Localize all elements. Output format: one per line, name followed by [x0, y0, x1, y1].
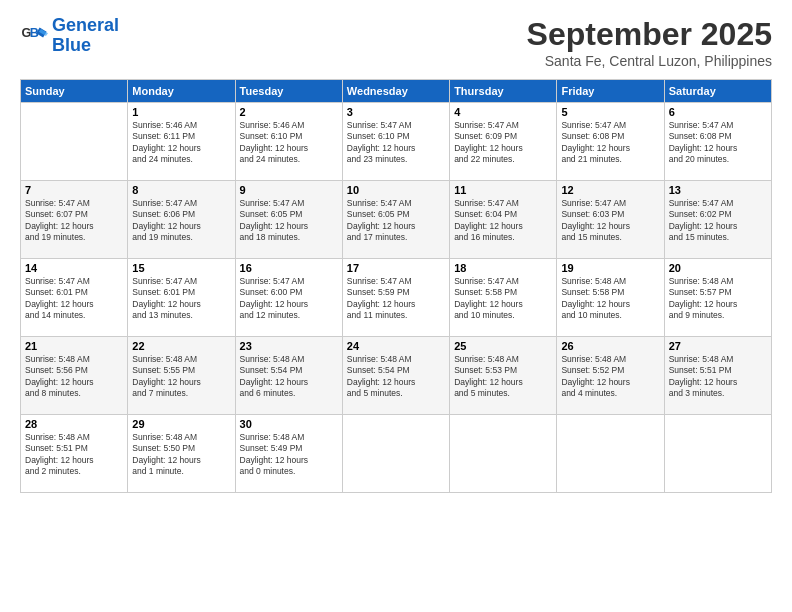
calendar-cell-w5-d1: 28Sunrise: 5:48 AMSunset: 5:51 PMDayligh… — [21, 415, 128, 493]
day-info-line-1: Sunrise: 5:46 AM — [240, 120, 338, 131]
calendar-cell-w4-d7: 27Sunrise: 5:48 AMSunset: 5:51 PMDayligh… — [664, 337, 771, 415]
calendar-week-1: 1Sunrise: 5:46 AMSunset: 6:11 PMDaylight… — [21, 103, 772, 181]
day-info-line-2: Sunset: 5:58 PM — [454, 287, 552, 298]
day-info: Sunrise: 5:48 AMSunset: 5:54 PMDaylight:… — [240, 354, 338, 400]
day-info-line-3: Daylight: 12 hours — [132, 377, 230, 388]
calendar-week-4: 21Sunrise: 5:48 AMSunset: 5:56 PMDayligh… — [21, 337, 772, 415]
day-info-line-4: and 4 minutes. — [561, 388, 659, 399]
col-monday: Monday — [128, 80, 235, 103]
day-info: Sunrise: 5:47 AMSunset: 6:07 PMDaylight:… — [25, 198, 123, 244]
day-info-line-3: Daylight: 12 hours — [240, 143, 338, 154]
day-number: 14 — [25, 262, 123, 274]
day-number: 13 — [669, 184, 767, 196]
day-number: 20 — [669, 262, 767, 274]
calendar-cell-w1-d2: 1Sunrise: 5:46 AMSunset: 6:11 PMDaylight… — [128, 103, 235, 181]
day-info: Sunrise: 5:46 AMSunset: 6:10 PMDaylight:… — [240, 120, 338, 166]
day-info-line-2: Sunset: 6:10 PM — [240, 131, 338, 142]
col-saturday: Saturday — [664, 80, 771, 103]
logo-icon: G B — [20, 22, 48, 50]
calendar-cell-w3-d7: 20Sunrise: 5:48 AMSunset: 5:57 PMDayligh… — [664, 259, 771, 337]
day-info-line-3: Daylight: 12 hours — [25, 377, 123, 388]
day-info-line-3: Daylight: 12 hours — [561, 143, 659, 154]
day-info: Sunrise: 5:47 AMSunset: 5:58 PMDaylight:… — [454, 276, 552, 322]
day-number: 30 — [240, 418, 338, 430]
day-info-line-1: Sunrise: 5:47 AM — [454, 120, 552, 131]
day-info-line-1: Sunrise: 5:48 AM — [240, 432, 338, 443]
day-info-line-1: Sunrise: 5:48 AM — [669, 354, 767, 365]
day-number: 7 — [25, 184, 123, 196]
calendar-cell-w1-d1 — [21, 103, 128, 181]
day-info: Sunrise: 5:48 AMSunset: 5:50 PMDaylight:… — [132, 432, 230, 478]
day-number: 2 — [240, 106, 338, 118]
day-info: Sunrise: 5:47 AMSunset: 6:10 PMDaylight:… — [347, 120, 445, 166]
day-info: Sunrise: 5:48 AMSunset: 5:55 PMDaylight:… — [132, 354, 230, 400]
day-info-line-3: Daylight: 12 hours — [669, 299, 767, 310]
calendar-cell-w4-d1: 21Sunrise: 5:48 AMSunset: 5:56 PMDayligh… — [21, 337, 128, 415]
logo-general: General — [52, 15, 119, 35]
calendar-table: Sunday Monday Tuesday Wednesday Thursday… — [20, 79, 772, 493]
day-info-line-3: Daylight: 12 hours — [454, 299, 552, 310]
day-info-line-3: Daylight: 12 hours — [132, 221, 230, 232]
day-info-line-2: Sunset: 5:51 PM — [669, 365, 767, 376]
day-info-line-4: and 16 minutes. — [454, 232, 552, 243]
calendar-cell-w5-d7 — [664, 415, 771, 493]
day-number: 3 — [347, 106, 445, 118]
day-info-line-4: and 1 minute. — [132, 466, 230, 477]
day-info: Sunrise: 5:47 AMSunset: 6:00 PMDaylight:… — [240, 276, 338, 322]
day-info-line-2: Sunset: 5:59 PM — [347, 287, 445, 298]
day-info-line-3: Daylight: 12 hours — [25, 221, 123, 232]
calendar-cell-w2-d5: 11Sunrise: 5:47 AMSunset: 6:04 PMDayligh… — [450, 181, 557, 259]
day-info: Sunrise: 5:47 AMSunset: 6:08 PMDaylight:… — [561, 120, 659, 166]
day-info-line-3: Daylight: 12 hours — [454, 143, 552, 154]
calendar-cell-w3-d5: 18Sunrise: 5:47 AMSunset: 5:58 PMDayligh… — [450, 259, 557, 337]
day-info-line-1: Sunrise: 5:47 AM — [347, 120, 445, 131]
col-thursday: Thursday — [450, 80, 557, 103]
logo-blue: Blue — [52, 35, 91, 55]
day-info-line-4: and 8 minutes. — [25, 388, 123, 399]
day-info: Sunrise: 5:48 AMSunset: 5:58 PMDaylight:… — [561, 276, 659, 322]
calendar-cell-w1-d6: 5Sunrise: 5:47 AMSunset: 6:08 PMDaylight… — [557, 103, 664, 181]
day-info-line-3: Daylight: 12 hours — [25, 455, 123, 466]
calendar-week-3: 14Sunrise: 5:47 AMSunset: 6:01 PMDayligh… — [21, 259, 772, 337]
day-info-line-1: Sunrise: 5:48 AM — [347, 354, 445, 365]
day-info-line-1: Sunrise: 5:48 AM — [132, 432, 230, 443]
day-info: Sunrise: 5:48 AMSunset: 5:51 PMDaylight:… — [25, 432, 123, 478]
calendar-week-5: 28Sunrise: 5:48 AMSunset: 5:51 PMDayligh… — [21, 415, 772, 493]
day-info-line-1: Sunrise: 5:48 AM — [454, 354, 552, 365]
day-info-line-2: Sunset: 5:49 PM — [240, 443, 338, 454]
day-info-line-3: Daylight: 12 hours — [240, 377, 338, 388]
day-info-line-3: Daylight: 12 hours — [132, 299, 230, 310]
day-info: Sunrise: 5:47 AMSunset: 6:08 PMDaylight:… — [669, 120, 767, 166]
day-number: 27 — [669, 340, 767, 352]
day-info-line-1: Sunrise: 5:48 AM — [669, 276, 767, 287]
day-info-line-4: and 5 minutes. — [347, 388, 445, 399]
calendar-cell-w2-d6: 12Sunrise: 5:47 AMSunset: 6:03 PMDayligh… — [557, 181, 664, 259]
day-info-line-3: Daylight: 12 hours — [240, 455, 338, 466]
day-number: 9 — [240, 184, 338, 196]
day-info-line-4: and 17 minutes. — [347, 232, 445, 243]
day-info-line-3: Daylight: 12 hours — [132, 143, 230, 154]
day-info-line-4: and 23 minutes. — [347, 154, 445, 165]
day-info-line-2: Sunset: 6:01 PM — [132, 287, 230, 298]
day-info-line-3: Daylight: 12 hours — [25, 299, 123, 310]
day-info-line-1: Sunrise: 5:47 AM — [454, 276, 552, 287]
day-info-line-2: Sunset: 5:54 PM — [240, 365, 338, 376]
day-info-line-1: Sunrise: 5:48 AM — [132, 354, 230, 365]
day-number: 25 — [454, 340, 552, 352]
day-info-line-3: Daylight: 12 hours — [561, 377, 659, 388]
title-block: September 2025 Santa Fe, Central Luzon, … — [527, 16, 772, 69]
day-info-line-1: Sunrise: 5:47 AM — [132, 276, 230, 287]
day-info-line-3: Daylight: 12 hours — [132, 455, 230, 466]
day-info: Sunrise: 5:48 AMSunset: 5:53 PMDaylight:… — [454, 354, 552, 400]
day-number: 18 — [454, 262, 552, 274]
calendar-cell-w3-d3: 16Sunrise: 5:47 AMSunset: 6:00 PMDayligh… — [235, 259, 342, 337]
day-info-line-4: and 5 minutes. — [454, 388, 552, 399]
calendar-cell-w1-d5: 4Sunrise: 5:47 AMSunset: 6:09 PMDaylight… — [450, 103, 557, 181]
day-info-line-2: Sunset: 6:02 PM — [669, 209, 767, 220]
calendar-cell-w1-d7: 6Sunrise: 5:47 AMSunset: 6:08 PMDaylight… — [664, 103, 771, 181]
col-sunday: Sunday — [21, 80, 128, 103]
day-info-line-1: Sunrise: 5:48 AM — [240, 354, 338, 365]
calendar-cell-w4-d2: 22Sunrise: 5:48 AMSunset: 5:55 PMDayligh… — [128, 337, 235, 415]
day-number: 28 — [25, 418, 123, 430]
day-info: Sunrise: 5:47 AMSunset: 6:09 PMDaylight:… — [454, 120, 552, 166]
